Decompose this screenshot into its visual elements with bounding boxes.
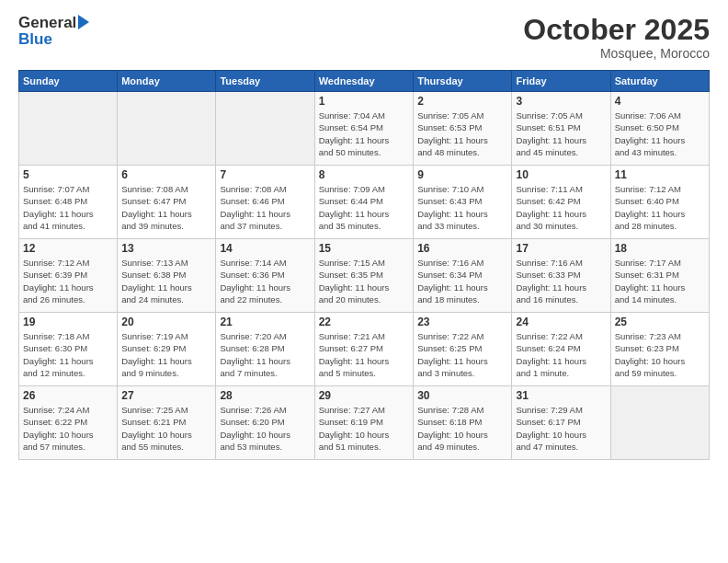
day-number: 12 — [23, 242, 113, 255]
calendar-cell: 28Sunrise: 7:26 AMSunset: 6:20 PMDayligh… — [216, 386, 314, 460]
day-info: Sunrise: 7:23 AMSunset: 6:23 PMDaylight:… — [615, 330, 705, 379]
day-number: 30 — [417, 389, 507, 402]
day-number: 7 — [220, 168, 310, 181]
calendar-cell: 21Sunrise: 7:20 AMSunset: 6:28 PMDayligh… — [216, 313, 314, 386]
day-info: Sunrise: 7:16 AMSunset: 6:33 PMDaylight:… — [516, 257, 606, 305]
logo-general: General — [18, 14, 76, 32]
day-info: Sunrise: 7:06 AMSunset: 6:50 PMDaylight:… — [615, 109, 705, 158]
calendar-cell: 27Sunrise: 7:25 AMSunset: 6:21 PMDayligh… — [118, 386, 216, 460]
calendar-cell: 4Sunrise: 7:06 AMSunset: 6:50 PMDaylight… — [610, 92, 709, 166]
col-wednesday: Wednesday — [314, 71, 413, 92]
calendar-cell: 9Sunrise: 7:10 AMSunset: 6:43 PMDaylight… — [414, 166, 512, 239]
calendar-week-5: 26Sunrise: 7:24 AMSunset: 6:22 PMDayligh… — [19, 386, 710, 460]
day-info: Sunrise: 7:28 AMSunset: 6:18 PMDaylight:… — [417, 404, 507, 453]
logo: General Blue — [18, 14, 89, 49]
day-number: 28 — [220, 389, 310, 402]
calendar-cell: 1Sunrise: 7:04 AMSunset: 6:54 PMDaylight… — [314, 92, 413, 166]
header: General Blue October 2025 Mosquee, Moroc… — [18, 14, 710, 61]
day-number: 29 — [319, 389, 409, 402]
day-number: 1 — [319, 95, 409, 108]
calendar-cell: 13Sunrise: 7:13 AMSunset: 6:38 PMDayligh… — [118, 239, 216, 313]
calendar-cell — [216, 92, 314, 166]
day-number: 11 — [615, 168, 705, 181]
day-number: 9 — [417, 168, 507, 181]
col-sunday: Sunday — [19, 71, 118, 92]
calendar-cell: 30Sunrise: 7:28 AMSunset: 6:18 PMDayligh… — [414, 386, 512, 460]
day-info: Sunrise: 7:17 AMSunset: 6:31 PMDaylight:… — [615, 257, 705, 305]
day-info: Sunrise: 7:08 AMSunset: 6:47 PMDaylight:… — [121, 183, 211, 232]
day-number: 19 — [23, 316, 113, 328]
month-title: October 2025 — [523, 14, 710, 46]
day-info: Sunrise: 7:09 AMSunset: 6:44 PMDaylight:… — [319, 183, 409, 232]
calendar-cell: 10Sunrise: 7:11 AMSunset: 6:42 PMDayligh… — [512, 166, 610, 239]
day-info: Sunrise: 7:25 AMSunset: 6:21 PMDaylight:… — [121, 404, 211, 453]
day-number: 8 — [319, 168, 409, 181]
calendar-header-row: Sunday Monday Tuesday Wednesday Thursday… — [19, 71, 710, 92]
page: General Blue October 2025 Mosquee, Moroc… — [0, 0, 728, 563]
day-info: Sunrise: 7:14 AMSunset: 6:36 PMDaylight:… — [220, 257, 310, 305]
day-number: 5 — [23, 168, 113, 181]
calendar-cell: 6Sunrise: 7:08 AMSunset: 6:47 PMDaylight… — [118, 166, 216, 239]
day-info: Sunrise: 7:12 AMSunset: 6:40 PMDaylight:… — [615, 183, 705, 232]
calendar-week-3: 12Sunrise: 7:12 AMSunset: 6:39 PMDayligh… — [19, 239, 710, 313]
day-number: 21 — [220, 316, 310, 328]
day-info: Sunrise: 7:21 AMSunset: 6:27 PMDaylight:… — [319, 330, 409, 379]
calendar-cell: 20Sunrise: 7:19 AMSunset: 6:29 PMDayligh… — [118, 313, 216, 386]
calendar-cell: 11Sunrise: 7:12 AMSunset: 6:40 PMDayligh… — [610, 166, 709, 239]
calendar-cell: 14Sunrise: 7:14 AMSunset: 6:36 PMDayligh… — [216, 239, 314, 313]
calendar-cell: 25Sunrise: 7:23 AMSunset: 6:23 PMDayligh… — [610, 313, 709, 386]
day-number: 24 — [516, 316, 606, 328]
calendar-cell — [118, 92, 216, 166]
day-number: 18 — [615, 242, 705, 255]
col-saturday: Saturday — [610, 71, 709, 92]
calendar-cell — [19, 92, 118, 166]
day-number: 13 — [121, 242, 211, 255]
day-number: 31 — [516, 389, 606, 402]
calendar-cell: 12Sunrise: 7:12 AMSunset: 6:39 PMDayligh… — [19, 239, 118, 313]
location: Mosquee, Morocco — [523, 46, 710, 61]
calendar-week-4: 19Sunrise: 7:18 AMSunset: 6:30 PMDayligh… — [19, 313, 710, 386]
day-info: Sunrise: 7:22 AMSunset: 6:24 PMDaylight:… — [516, 330, 606, 379]
calendar-cell: 17Sunrise: 7:16 AMSunset: 6:33 PMDayligh… — [512, 239, 610, 313]
col-thursday: Thursday — [414, 71, 512, 92]
calendar-week-2: 5Sunrise: 7:07 AMSunset: 6:48 PMDaylight… — [19, 166, 710, 239]
day-info: Sunrise: 7:16 AMSunset: 6:34 PMDaylight:… — [417, 257, 507, 305]
day-number: 3 — [516, 95, 606, 108]
day-info: Sunrise: 7:27 AMSunset: 6:19 PMDaylight:… — [319, 404, 409, 453]
title-block: October 2025 Mosquee, Morocco — [523, 14, 710, 61]
day-info: Sunrise: 7:26 AMSunset: 6:20 PMDaylight:… — [220, 404, 310, 453]
calendar-cell: 24Sunrise: 7:22 AMSunset: 6:24 PMDayligh… — [512, 313, 610, 386]
calendar-cell: 18Sunrise: 7:17 AMSunset: 6:31 PMDayligh… — [610, 239, 709, 313]
day-info: Sunrise: 7:29 AMSunset: 6:17 PMDaylight:… — [516, 404, 606, 453]
calendar-cell: 15Sunrise: 7:15 AMSunset: 6:35 PMDayligh… — [314, 239, 413, 313]
day-info: Sunrise: 7:05 AMSunset: 6:53 PMDaylight:… — [417, 109, 507, 158]
day-info: Sunrise: 7:13 AMSunset: 6:38 PMDaylight:… — [121, 257, 211, 305]
day-info: Sunrise: 7:19 AMSunset: 6:29 PMDaylight:… — [121, 330, 211, 379]
logo-arrow-icon — [78, 15, 89, 29]
day-info: Sunrise: 7:04 AMSunset: 6:54 PMDaylight:… — [319, 109, 409, 158]
day-info: Sunrise: 7:12 AMSunset: 6:39 PMDaylight:… — [23, 257, 113, 305]
calendar-cell — [610, 386, 709, 460]
day-info: Sunrise: 7:05 AMSunset: 6:51 PMDaylight:… — [516, 109, 606, 158]
calendar-cell: 16Sunrise: 7:16 AMSunset: 6:34 PMDayligh… — [414, 239, 512, 313]
day-number: 25 — [615, 316, 705, 328]
day-info: Sunrise: 7:18 AMSunset: 6:30 PMDaylight:… — [23, 330, 113, 379]
day-number: 20 — [121, 316, 211, 328]
calendar-cell: 31Sunrise: 7:29 AMSunset: 6:17 PMDayligh… — [512, 386, 610, 460]
calendar-cell: 19Sunrise: 7:18 AMSunset: 6:30 PMDayligh… — [19, 313, 118, 386]
calendar-cell: 2Sunrise: 7:05 AMSunset: 6:53 PMDaylight… — [414, 92, 512, 166]
calendar-week-1: 1Sunrise: 7:04 AMSunset: 6:54 PMDaylight… — [19, 92, 710, 166]
calendar-cell: 22Sunrise: 7:21 AMSunset: 6:27 PMDayligh… — [314, 313, 413, 386]
day-number: 15 — [319, 242, 409, 255]
day-info: Sunrise: 7:22 AMSunset: 6:25 PMDaylight:… — [417, 330, 507, 379]
day-info: Sunrise: 7:24 AMSunset: 6:22 PMDaylight:… — [23, 404, 113, 453]
day-number: 2 — [417, 95, 507, 108]
day-number: 26 — [23, 389, 113, 402]
day-number: 23 — [417, 316, 507, 328]
calendar-cell: 8Sunrise: 7:09 AMSunset: 6:44 PMDaylight… — [314, 166, 413, 239]
col-tuesday: Tuesday — [216, 71, 314, 92]
calendar-cell: 26Sunrise: 7:24 AMSunset: 6:22 PMDayligh… — [19, 386, 118, 460]
day-number: 17 — [516, 242, 606, 255]
calendar: Sunday Monday Tuesday Wednesday Thursday… — [18, 70, 710, 460]
calendar-cell: 23Sunrise: 7:22 AMSunset: 6:25 PMDayligh… — [414, 313, 512, 386]
